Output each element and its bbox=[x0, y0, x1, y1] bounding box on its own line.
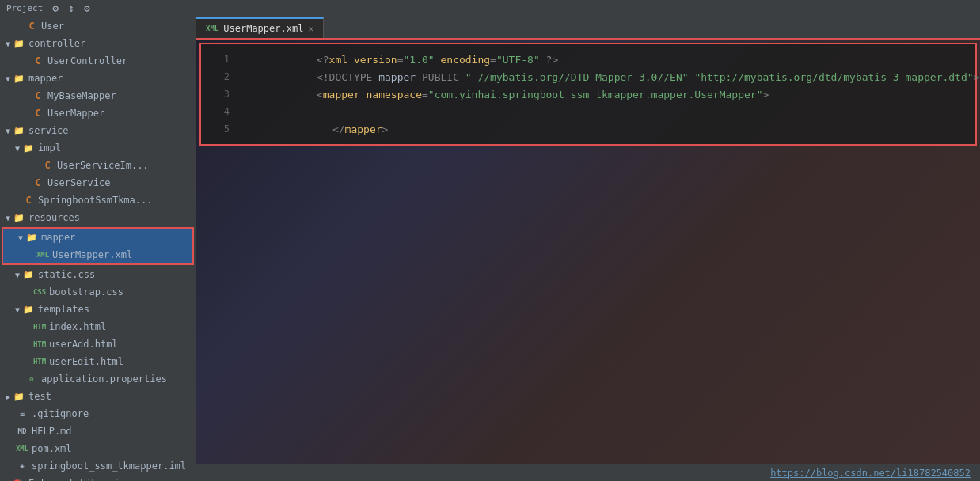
sidebar-item-iml[interactable]: ◈ springboot_ssm_tkmapper.iml bbox=[0, 457, 196, 475]
sidebar-item-usermapper[interactable]: C UserMapper bbox=[0, 104, 196, 122]
label-mbm: MyBaseMapper bbox=[47, 90, 116, 101]
label-pomxml: pom.xml bbox=[32, 443, 72, 454]
sidebar-item-test[interactable]: ▶ 📁 test bbox=[0, 388, 196, 405]
namespace-val: "com.yinhai.springboot_ssm_tkmapper.mapp… bbox=[428, 89, 763, 100]
folder-icon-test: 📁 bbox=[13, 390, 25, 403]
sidebar-item-bootstrap[interactable]: CSS bootstrap.css bbox=[0, 283, 196, 301]
sidebar-item-useradd[interactable]: HTM userAdd.html bbox=[0, 335, 196, 353]
sidebar-item-mapper-res[interactable]: ▼ 📁 mapper bbox=[3, 229, 192, 246]
gear-icon[interactable]: ⚙ bbox=[84, 2, 90, 14]
sidebar-item-appprops[interactable]: ⚙ application.properties bbox=[0, 370, 196, 388]
label-useradd: userAdd.html bbox=[49, 339, 118, 350]
mapper-lt: < bbox=[317, 89, 323, 100]
label-impl: impl bbox=[38, 142, 61, 153]
sidebar-item-gitignore[interactable]: ≡ .gitignore bbox=[0, 405, 196, 422]
label-mapper-res: mapper bbox=[41, 232, 75, 243]
sidebar-item-controller[interactable]: ▼ 📁 controller bbox=[0, 35, 196, 52]
folder-icon-resources: 📁 bbox=[13, 211, 25, 224]
main-layout: C User ▼ 📁 controller C UserController ▼… bbox=[0, 17, 980, 481]
arrow-impl: ▼ bbox=[13, 144, 22, 153]
label-mapper: mapper bbox=[28, 73, 63, 84]
sidebar-item-user[interactable]: C User bbox=[0, 17, 196, 35]
csdn-url[interactable]: https://blog.csdn.net/li18782540852 bbox=[770, 468, 971, 479]
code-line-5: 5 </mapper> bbox=[201, 120, 975, 138]
folder-icon-mapper-res: 📁 bbox=[25, 231, 38, 244]
folder-icon-controller: 📁 bbox=[13, 37, 25, 50]
label-controller: controller bbox=[28, 38, 85, 49]
sidebar: C User ▼ 📁 controller C UserController ▼… bbox=[0, 17, 196, 481]
tab-xml-icon: XML bbox=[206, 25, 218, 32]
sidebar-item-pomxml[interactable]: XML pom.xml bbox=[0, 440, 196, 457]
sidebar-item-index-html[interactable]: HTM index.html bbox=[0, 318, 196, 335]
sidebar-item-helpmd[interactable]: MD HELP.md bbox=[0, 422, 196, 440]
tab-label: UserMapper.xml bbox=[223, 23, 303, 34]
top-bar: Project ⚙ ↕ ⚙ bbox=[0, 0, 980, 17]
tab-usermapper-xml[interactable]: XML UserMapper.xml ✕ bbox=[196, 17, 324, 38]
line-num-3: 3 bbox=[207, 89, 230, 100]
sidebar-item-springbootssm[interactable]: C SpringbootSsmTkma... bbox=[0, 191, 196, 209]
sidebar-item-usermapper-xml[interactable]: XML UserMapper.xml bbox=[3, 246, 192, 263]
bottom-bar: https://blog.csdn.net/li18782540852 bbox=[196, 464, 980, 481]
editor-bottom bbox=[196, 149, 980, 464]
doctype-close: > bbox=[974, 71, 980, 83]
label-um: UserMapper bbox=[47, 108, 104, 119]
folder-icon-templates: 📁 bbox=[22, 303, 35, 316]
html-icon-index: HTM bbox=[33, 320, 46, 333]
java-icon-us: C bbox=[32, 176, 44, 189]
sidebar-item-impl[interactable]: ▼ 📁 impl bbox=[0, 139, 196, 157]
label-bootstrap: bootstrap.css bbox=[49, 286, 123, 297]
sidebar-item-resources[interactable]: ▼ 📁 resources bbox=[0, 209, 196, 226]
label-useredit: userEdit.html bbox=[49, 356, 123, 367]
folder-icon-mapper: 📁 bbox=[13, 72, 25, 85]
css-icon-bootstrap: CSS bbox=[33, 286, 46, 298]
code-panel: 1 <?xml version="1.0" encoding="UTF-8" ?… bbox=[199, 43, 977, 146]
sidebar-item-userserviceimpl[interactable]: C UserServiceIm... bbox=[0, 157, 196, 174]
java-icon-mbm: C bbox=[32, 89, 44, 102]
editor-area: XML UserMapper.xml ✕ 1 <?xml version="1.… bbox=[196, 17, 980, 481]
label-umx: UserMapper.xml bbox=[52, 249, 132, 260]
arrow-test: ▶ bbox=[3, 392, 13, 401]
mapper-tag: mapper bbox=[323, 89, 360, 100]
label-helpmd: HELP.md bbox=[32, 426, 72, 437]
java-icon-user: C bbox=[25, 20, 38, 32]
sidebar-item-extlibs[interactable]: ▶ 📚 External Libraries bbox=[0, 475, 196, 481]
sidebar-item-service[interactable]: ▼ 📁 service bbox=[0, 122, 196, 139]
sidebar-item-mapper[interactable]: ▼ 📁 mapper bbox=[0, 70, 196, 87]
label-uc: UserController bbox=[47, 55, 127, 66]
java-icon-um: C bbox=[32, 107, 44, 119]
arrow-mapper: ▼ bbox=[3, 74, 13, 83]
arrow-resources: ▼ bbox=[3, 214, 13, 222]
java-icon-uc: C bbox=[32, 55, 44, 67]
sidebar-item-usercontroller[interactable]: C UserController bbox=[0, 52, 196, 70]
mapper-close-lt: </ bbox=[332, 123, 345, 135]
line-num-5: 5 bbox=[207, 123, 230, 134]
line-code-3[interactable]: <mapper namespace="com.yinhai.springboot… bbox=[242, 77, 769, 112]
label-test: test bbox=[28, 391, 51, 402]
xml-icon-pom: XML bbox=[16, 442, 28, 455]
label-static: static.css bbox=[38, 269, 95, 280]
namespace-attr: namespace bbox=[360, 89, 422, 100]
label-templates: templates bbox=[38, 304, 89, 315]
sidebar-item-mybasemapper[interactable]: C MyBaseMapper bbox=[0, 87, 196, 104]
mapper-folder-highlight: ▼ 📁 mapper XML UserMapper.xml bbox=[2, 227, 194, 265]
sidebar-item-userservice[interactable]: C UserService bbox=[0, 174, 196, 191]
label-user: User bbox=[41, 21, 64, 32]
sync-icon[interactable]: ↕ bbox=[68, 2, 74, 14]
label-usi: UserServiceIm... bbox=[57, 160, 149, 171]
html-icon-useradd: HTM bbox=[33, 338, 46, 350]
label-index: index.html bbox=[49, 321, 106, 332]
tab-bar: XML UserMapper.xml ✕ bbox=[196, 17, 980, 40]
label-resources: resources bbox=[28, 212, 80, 223]
java-icon-sbs: C bbox=[22, 194, 35, 206]
tab-close-button[interactable]: ✕ bbox=[308, 24, 313, 34]
sidebar-item-templates[interactable]: ▼ 📁 templates bbox=[0, 301, 196, 318]
arrow-controller: ▼ bbox=[3, 40, 13, 48]
sidebar-item-useredit[interactable]: HTM userEdit.html bbox=[0, 353, 196, 370]
git-icon: ≡ bbox=[16, 407, 28, 420]
sidebar-item-static-css[interactable]: ▼ 📁 static.css bbox=[0, 266, 196, 283]
line-code-5[interactable]: </mapper> bbox=[242, 112, 388, 147]
java-icon-usi: C bbox=[41, 159, 54, 172]
arrow-static: ▼ bbox=[13, 271, 22, 279]
line-num-2: 2 bbox=[207, 71, 230, 82]
settings-icon[interactable]: ⚙ bbox=[52, 2, 59, 14]
